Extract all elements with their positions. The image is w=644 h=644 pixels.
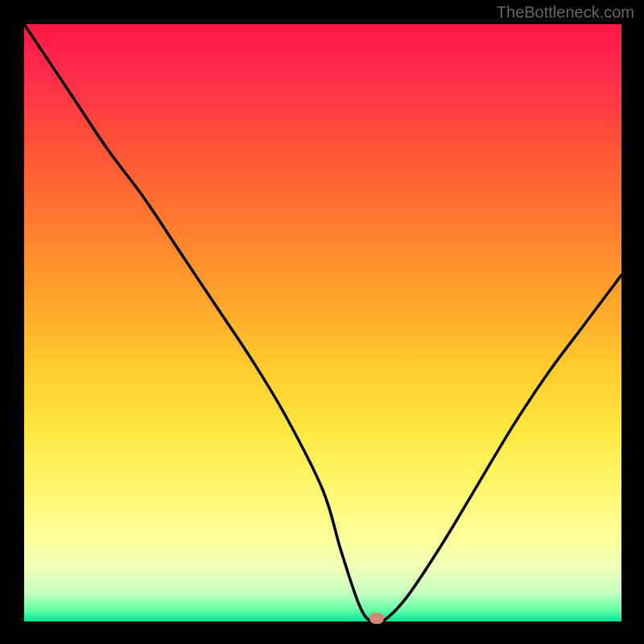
optimum-marker [369, 613, 384, 624]
bottleneck-curve [24, 24, 621, 621]
attribution-text: TheBottleneck.com [497, 3, 634, 22]
chart-plot-area [24, 24, 621, 621]
